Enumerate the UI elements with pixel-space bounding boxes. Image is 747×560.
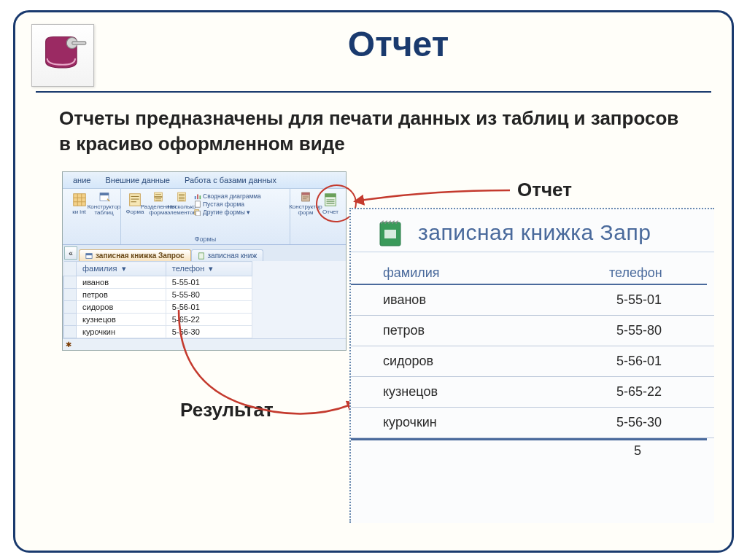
multi-items-button[interactable]: Несколько элементов	[171, 191, 193, 216]
callout-result-label: Результат	[180, 399, 274, 421]
table-row[interactable]: курочкин5-56-30	[63, 326, 252, 338]
object-tabs: « записная книжка Запрос записная книж	[63, 245, 346, 261]
content-area: ание Внешние данные Работа с базами данн…	[36, 163, 711, 527]
svg-rect-11	[196, 201, 201, 207]
svg-rect-7	[178, 192, 186, 201]
table-design-button[interactable]: Конструктор таблиц	[93, 191, 115, 216]
table-row[interactable]: кузнецов5-65-22	[63, 314, 252, 326]
title-row: Отчет	[15, 12, 732, 90]
svg-rect-5	[130, 194, 141, 206]
report-col1: фамилия	[383, 265, 609, 281]
report-footer-count: 5	[351, 438, 707, 459]
svg-rect-13	[196, 211, 201, 217]
column-header[interactable]: фамилия ▾	[77, 262, 166, 276]
table-row[interactable]: петров5-55-80	[63, 289, 252, 301]
pivot-chart-button[interactable]: Сводная диаграмма	[194, 192, 261, 200]
report-row: кузнецов5-65-22	[351, 377, 714, 408]
query-datasheet: фамилия ▾ телефон ▾ иванов5-55-01 петров…	[63, 261, 252, 338]
tab-query-inactive[interactable]: записная книж	[191, 249, 264, 261]
blank-form-button[interactable]: Пустая форма	[194, 201, 244, 208]
ribbon-tabs: ание Внешние данные Работа с базами данн…	[63, 172, 346, 188]
svg-rect-20	[198, 253, 204, 259]
slide-description: Отчеты предназначены для печати данных и…	[15, 93, 732, 163]
svg-rect-23	[384, 230, 396, 238]
ribbon: ки int Конструктор таблиц	[63, 188, 346, 245]
ribbon-group-tables: ки int Конструктор таблиц	[63, 189, 121, 244]
access-screenshot: ание Внешние данные Работа с базами данн…	[62, 171, 347, 351]
report-row: сидоров5-56-01	[351, 346, 714, 377]
svg-rect-8	[195, 196, 196, 199]
access-logo-icon	[31, 24, 94, 87]
svg-rect-2	[73, 194, 85, 206]
nav-pane-toggle[interactable]: «	[64, 246, 77, 260]
report-title: записная книжка Запр	[418, 220, 651, 245]
forms-submenu: Сводная диаграмма Пустая форма Другие фо…	[193, 191, 263, 233]
table-row[interactable]: сидоров5-56-01	[63, 301, 252, 314]
slide-title: Отчет	[94, 24, 703, 64]
report-header: записная книжка Запр	[351, 209, 714, 252]
report-row: петров5-55-80	[351, 316, 714, 346]
report-column-header: фамилия телефон	[351, 252, 707, 285]
other-forms-button[interactable]: Другие формы ▾	[194, 209, 250, 216]
svg-rect-10	[200, 195, 201, 199]
form-designer-button[interactable]: Конструктор форм	[295, 191, 317, 216]
row-selector-header	[63, 262, 77, 276]
svg-rect-9	[197, 195, 198, 200]
callout-report-label: Отчет	[517, 179, 572, 201]
report-row: иванов5-55-01	[351, 285, 714, 316]
split-form-button[interactable]: Разделенная форма	[147, 191, 169, 216]
svg-rect-15	[302, 192, 310, 195]
report-preview: записная книжка Запр фамилия телефон ива…	[349, 208, 714, 523]
report-col2: телефон	[609, 265, 689, 281]
notebook-icon	[373, 217, 405, 249]
column-header[interactable]: телефон ▾	[166, 262, 252, 276]
slide-frame: Отчет Отчеты предназначены для печати да…	[13, 10, 734, 553]
tab-query-active[interactable]: записная книжка Запрос	[79, 249, 191, 261]
svg-rect-1	[72, 42, 86, 44]
svg-rect-4	[100, 193, 109, 195]
ribbon-tab[interactable]: ание	[73, 176, 90, 184]
ribbon-group-forms: Форма Разделенная форма Несколько элемен…	[121, 189, 290, 244]
new-record-row[interactable]: ✱	[63, 338, 346, 350]
table-row[interactable]: иванов5-55-01	[63, 276, 252, 289]
new-record-icon: ✱	[63, 341, 74, 349]
svg-rect-19	[86, 253, 92, 255]
report-row: курочкин5-56-30	[351, 408, 714, 438]
ribbon-tab[interactable]: Внешние данные	[105, 176, 169, 184]
ribbon-tab[interactable]: Работа с базами данных	[185, 176, 276, 184]
